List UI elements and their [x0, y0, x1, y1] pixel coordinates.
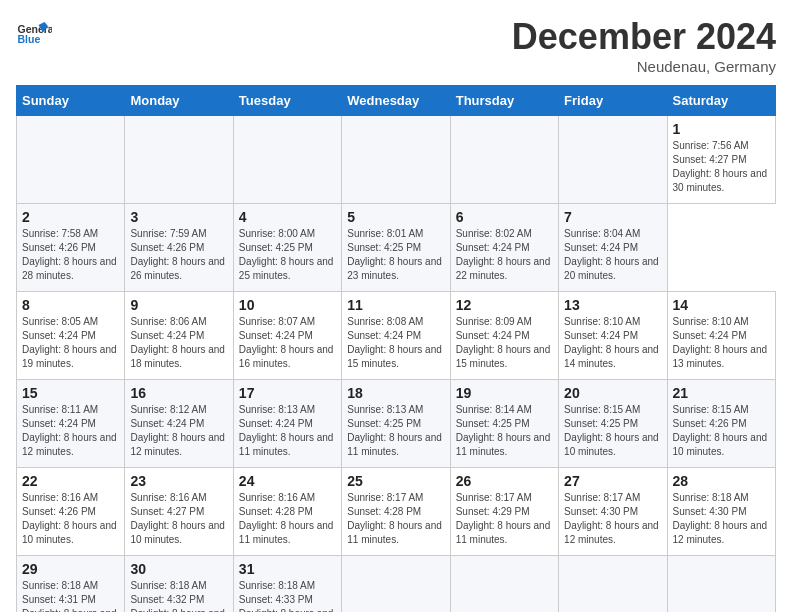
calendar-cell: 25Sunrise: 8:17 AMSunset: 4:28 PMDayligh…: [342, 468, 450, 556]
weekday-header: Wednesday: [342, 86, 450, 116]
day-number: 5: [347, 209, 444, 225]
day-info: Sunrise: 8:13 AMSunset: 4:24 PMDaylight:…: [239, 403, 336, 459]
calendar-cell: 20Sunrise: 8:15 AMSunset: 4:25 PMDayligh…: [559, 380, 667, 468]
day-number: 11: [347, 297, 444, 313]
day-number: 28: [673, 473, 770, 489]
calendar-cell: 7Sunrise: 8:04 AMSunset: 4:24 PMDaylight…: [559, 204, 667, 292]
calendar-cell: 24Sunrise: 8:16 AMSunset: 4:28 PMDayligh…: [233, 468, 341, 556]
day-info: Sunrise: 8:01 AMSunset: 4:25 PMDaylight:…: [347, 227, 444, 283]
day-number: 25: [347, 473, 444, 489]
day-info: Sunrise: 7:58 AMSunset: 4:26 PMDaylight:…: [22, 227, 119, 283]
calendar-body: 1Sunrise: 7:56 AMSunset: 4:27 PMDaylight…: [17, 116, 776, 613]
calendar-cell: 13Sunrise: 8:10 AMSunset: 4:24 PMDayligh…: [559, 292, 667, 380]
calendar-cell: 2Sunrise: 7:58 AMSunset: 4:26 PMDaylight…: [17, 204, 125, 292]
weekday-header: Friday: [559, 86, 667, 116]
day-number: 22: [22, 473, 119, 489]
day-number: 27: [564, 473, 661, 489]
day-number: 29: [22, 561, 119, 577]
calendar-cell: 8Sunrise: 8:05 AMSunset: 4:24 PMDaylight…: [17, 292, 125, 380]
calendar-week-row: 15Sunrise: 8:11 AMSunset: 4:24 PMDayligh…: [17, 380, 776, 468]
calendar-cell: 23Sunrise: 8:16 AMSunset: 4:27 PMDayligh…: [125, 468, 233, 556]
day-info: Sunrise: 8:12 AMSunset: 4:24 PMDaylight:…: [130, 403, 227, 459]
calendar-cell: 26Sunrise: 8:17 AMSunset: 4:29 PMDayligh…: [450, 468, 558, 556]
day-info: Sunrise: 8:10 AMSunset: 4:24 PMDaylight:…: [564, 315, 661, 371]
day-number: 13: [564, 297, 661, 313]
day-info: Sunrise: 8:17 AMSunset: 4:30 PMDaylight:…: [564, 491, 661, 547]
calendar-cell: 6Sunrise: 8:02 AMSunset: 4:24 PMDaylight…: [450, 204, 558, 292]
day-info: Sunrise: 8:16 AMSunset: 4:27 PMDaylight:…: [130, 491, 227, 547]
calendar-cell: 17Sunrise: 8:13 AMSunset: 4:24 PMDayligh…: [233, 380, 341, 468]
day-number: 14: [673, 297, 770, 313]
day-info: Sunrise: 8:13 AMSunset: 4:25 PMDaylight:…: [347, 403, 444, 459]
day-info: Sunrise: 8:18 AMSunset: 4:32 PMDaylight:…: [130, 579, 227, 612]
day-info: Sunrise: 8:08 AMSunset: 4:24 PMDaylight:…: [347, 315, 444, 371]
day-number: 10: [239, 297, 336, 313]
calendar-cell: 27Sunrise: 8:17 AMSunset: 4:30 PMDayligh…: [559, 468, 667, 556]
weekday-header: Thursday: [450, 86, 558, 116]
day-info: Sunrise: 8:09 AMSunset: 4:24 PMDaylight:…: [456, 315, 553, 371]
weekday-header: Monday: [125, 86, 233, 116]
day-number: 12: [456, 297, 553, 313]
day-info: Sunrise: 8:15 AMSunset: 4:25 PMDaylight:…: [564, 403, 661, 459]
day-number: 23: [130, 473, 227, 489]
calendar-cell: 1Sunrise: 7:56 AMSunset: 4:27 PMDaylight…: [667, 116, 775, 204]
logo: General Blue: [16, 16, 52, 52]
calendar-cell: 31Sunrise: 8:18 AMSunset: 4:33 PMDayligh…: [233, 556, 341, 613]
day-number: 17: [239, 385, 336, 401]
calendar-week-row: 8Sunrise: 8:05 AMSunset: 4:24 PMDaylight…: [17, 292, 776, 380]
calendar-cell: 12Sunrise: 8:09 AMSunset: 4:24 PMDayligh…: [450, 292, 558, 380]
day-info: Sunrise: 8:17 AMSunset: 4:28 PMDaylight:…: [347, 491, 444, 547]
calendar-cell: [125, 116, 233, 204]
day-info: Sunrise: 8:18 AMSunset: 4:30 PMDaylight:…: [673, 491, 770, 547]
day-number: 3: [130, 209, 227, 225]
day-number: 6: [456, 209, 553, 225]
day-info: Sunrise: 8:05 AMSunset: 4:24 PMDaylight:…: [22, 315, 119, 371]
calendar-cell: [667, 556, 775, 613]
day-number: 21: [673, 385, 770, 401]
calendar-cell: [559, 556, 667, 613]
calendar-cell: 28Sunrise: 8:18 AMSunset: 4:30 PMDayligh…: [667, 468, 775, 556]
calendar-cell: 11Sunrise: 8:08 AMSunset: 4:24 PMDayligh…: [342, 292, 450, 380]
location: Neudenau, Germany: [512, 58, 776, 75]
calendar-cell: 18Sunrise: 8:13 AMSunset: 4:25 PMDayligh…: [342, 380, 450, 468]
calendar-cell: [233, 116, 341, 204]
title-block: December 2024 Neudenau, Germany: [512, 16, 776, 75]
day-info: Sunrise: 8:06 AMSunset: 4:24 PMDaylight:…: [130, 315, 227, 371]
day-number: 15: [22, 385, 119, 401]
calendar-table: SundayMondayTuesdayWednesdayThursdayFrid…: [16, 85, 776, 612]
day-number: 7: [564, 209, 661, 225]
calendar-cell: [559, 116, 667, 204]
calendar-cell: [342, 116, 450, 204]
page-header: General Blue December 2024 Neudenau, Ger…: [16, 16, 776, 75]
calendar-cell: 14Sunrise: 8:10 AMSunset: 4:24 PMDayligh…: [667, 292, 775, 380]
day-number: 30: [130, 561, 227, 577]
calendar-cell: 9Sunrise: 8:06 AMSunset: 4:24 PMDaylight…: [125, 292, 233, 380]
day-number: 9: [130, 297, 227, 313]
day-info: Sunrise: 8:16 AMSunset: 4:28 PMDaylight:…: [239, 491, 336, 547]
day-info: Sunrise: 8:11 AMSunset: 4:24 PMDaylight:…: [22, 403, 119, 459]
calendar-cell: [450, 556, 558, 613]
calendar-week-row: 1Sunrise: 7:56 AMSunset: 4:27 PMDaylight…: [17, 116, 776, 204]
weekday-header: Tuesday: [233, 86, 341, 116]
calendar-cell: 15Sunrise: 8:11 AMSunset: 4:24 PMDayligh…: [17, 380, 125, 468]
day-number: 4: [239, 209, 336, 225]
calendar-cell: [450, 116, 558, 204]
month-title: December 2024: [512, 16, 776, 58]
day-info: Sunrise: 8:10 AMSunset: 4:24 PMDaylight:…: [673, 315, 770, 371]
day-info: Sunrise: 8:04 AMSunset: 4:24 PMDaylight:…: [564, 227, 661, 283]
day-info: Sunrise: 8:16 AMSunset: 4:26 PMDaylight:…: [22, 491, 119, 547]
calendar-cell: 4Sunrise: 8:00 AMSunset: 4:25 PMDaylight…: [233, 204, 341, 292]
day-info: Sunrise: 8:15 AMSunset: 4:26 PMDaylight:…: [673, 403, 770, 459]
day-number: 19: [456, 385, 553, 401]
day-number: 18: [347, 385, 444, 401]
day-number: 24: [239, 473, 336, 489]
day-info: Sunrise: 7:59 AMSunset: 4:26 PMDaylight:…: [130, 227, 227, 283]
day-info: Sunrise: 7:56 AMSunset: 4:27 PMDaylight:…: [673, 139, 770, 195]
day-number: 8: [22, 297, 119, 313]
day-info: Sunrise: 8:18 AMSunset: 4:33 PMDaylight:…: [239, 579, 336, 612]
weekday-header: Saturday: [667, 86, 775, 116]
calendar-cell: 3Sunrise: 7:59 AMSunset: 4:26 PMDaylight…: [125, 204, 233, 292]
calendar-cell: 21Sunrise: 8:15 AMSunset: 4:26 PMDayligh…: [667, 380, 775, 468]
weekday-header-row: SundayMondayTuesdayWednesdayThursdayFrid…: [17, 86, 776, 116]
day-info: Sunrise: 8:14 AMSunset: 4:25 PMDaylight:…: [456, 403, 553, 459]
